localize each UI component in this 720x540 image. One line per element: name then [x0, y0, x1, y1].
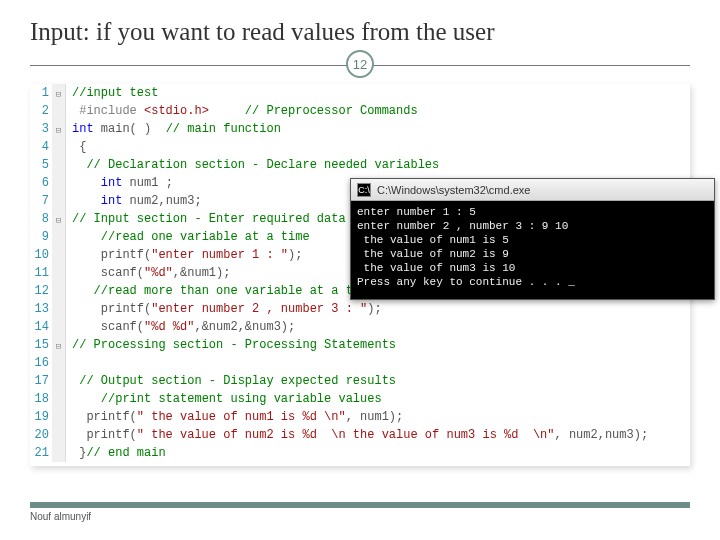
code-line: 20 printf(" the value of num2 is %d \n t…: [30, 426, 690, 444]
code-text: printf(" the value of num1 is %d \n", nu…: [66, 408, 403, 426]
code-text: int main( ) // main function: [66, 120, 281, 138]
line-number: 4: [30, 138, 52, 156]
code-line: 5 // Declaration section - Declare neede…: [30, 156, 690, 174]
line-number: 18: [30, 390, 52, 408]
line-number: 10: [30, 246, 52, 264]
code-text: // Input section - Enter required data: [66, 210, 346, 228]
content-area: 1⊟//input test2 #include <stdio.h> // Pr…: [30, 84, 690, 484]
page-number-badge: 12: [346, 50, 374, 78]
code-line: 14 scanf("%d %d",&num2,&num3);: [30, 318, 690, 336]
fold-gutter: ⊟: [52, 336, 66, 354]
code-text: // Processing section - Processing State…: [66, 336, 396, 354]
author-label: Nouf almunyif: [30, 511, 690, 522]
line-number: 2: [30, 102, 52, 120]
code-text: int num2,num3;: [66, 192, 202, 210]
fold-gutter: [52, 138, 66, 156]
footer: Nouf almunyif: [0, 502, 720, 522]
fold-gutter: [52, 354, 66, 372]
console-output: enter number 1 : 5 enter number 2 , numb…: [351, 201, 714, 299]
line-number: 6: [30, 174, 52, 192]
console-title-text: C:\Windows\system32\cmd.exe: [377, 184, 530, 196]
line-number: 13: [30, 300, 52, 318]
line-number: 1: [30, 84, 52, 102]
code-line: 13 printf("enter number 2 , number 3 : "…: [30, 300, 690, 318]
fold-gutter: ⊟: [52, 120, 66, 138]
code-text: printf("enter number 1 : ");: [66, 246, 302, 264]
code-text: printf("enter number 2 , number 3 : ");: [66, 300, 382, 318]
code-text: // Declaration section - Declare needed …: [66, 156, 439, 174]
line-number: 21: [30, 444, 52, 462]
code-text: //read one variable at a time: [66, 228, 310, 246]
fold-gutter: [52, 300, 66, 318]
fold-gutter: [52, 192, 66, 210]
code-text: int num1 ;: [66, 174, 173, 192]
fold-gutter: [52, 264, 66, 282]
console-titlebar: C:\ C:\Windows\system32\cmd.exe: [351, 179, 714, 201]
code-line: 15⊟// Processing section - Processing St…: [30, 336, 690, 354]
fold-gutter: [52, 156, 66, 174]
line-number: 5: [30, 156, 52, 174]
fold-gutter: [52, 174, 66, 192]
fold-gutter: [52, 372, 66, 390]
fold-gutter: ⊟: [52, 210, 66, 228]
title-divider: 12: [30, 52, 690, 66]
fold-gutter: [52, 282, 66, 300]
code-text: [66, 354, 72, 372]
fold-gutter: ⊟: [52, 84, 66, 102]
code-line: 19 printf(" the value of num1 is %d \n",…: [30, 408, 690, 426]
line-number: 17: [30, 372, 52, 390]
fold-gutter: [52, 102, 66, 120]
line-number: 20: [30, 426, 52, 444]
fold-gutter: [52, 318, 66, 336]
code-text: //input test: [66, 84, 158, 102]
code-line: 4 {: [30, 138, 690, 156]
fold-gutter: [52, 426, 66, 444]
line-number: 7: [30, 192, 52, 210]
code-line: 2 #include <stdio.h> // Preprocessor Com…: [30, 102, 690, 120]
line-number: 15: [30, 336, 52, 354]
code-text: //read more than one variable at a time: [66, 282, 374, 300]
line-number: 16: [30, 354, 52, 372]
fold-gutter: [52, 246, 66, 264]
code-line: 21 }// end main: [30, 444, 690, 462]
code-text: // Output section - Display expected res…: [66, 372, 396, 390]
code-text: scanf("%d %d",&num2,&num3);: [66, 318, 295, 336]
cmd-icon: C:\: [357, 183, 371, 197]
fold-gutter: [52, 228, 66, 246]
line-number: 9: [30, 228, 52, 246]
code-line: 17 // Output section - Display expected …: [30, 372, 690, 390]
code-line: 1⊟//input test: [30, 84, 690, 102]
code-text: }// end main: [66, 444, 166, 462]
code-line: 18 //print statement using variable valu…: [30, 390, 690, 408]
line-number: 19: [30, 408, 52, 426]
fold-gutter: [52, 444, 66, 462]
code-text: {: [66, 138, 86, 156]
fold-gutter: [52, 390, 66, 408]
code-line: 3⊟int main( ) // main function: [30, 120, 690, 138]
footer-bar: [30, 502, 690, 508]
code-text: //print statement using variable values: [66, 390, 382, 408]
code-text: printf(" the value of num2 is %d \n the …: [66, 426, 648, 444]
line-number: 8: [30, 210, 52, 228]
code-text: scanf("%d",&num1);: [66, 264, 230, 282]
fold-gutter: [52, 408, 66, 426]
line-number: 14: [30, 318, 52, 336]
line-number: 12: [30, 282, 52, 300]
code-line: 16: [30, 354, 690, 372]
code-text: #include <stdio.h> // Preprocessor Comma…: [66, 102, 418, 120]
console-window: C:\ C:\Windows\system32\cmd.exe enter nu…: [350, 178, 715, 300]
slide-title: Input: if you want to read values from t…: [30, 18, 690, 46]
line-number: 3: [30, 120, 52, 138]
line-number: 11: [30, 264, 52, 282]
